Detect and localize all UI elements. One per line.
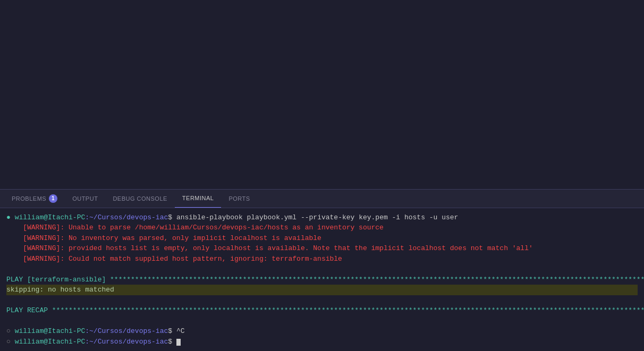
terminal-output[interactable]: ● william@Itachi-PC:~/Cursos/devops-iac$… (0, 208, 644, 352)
prompt-user-1: william@Itachi-PC (15, 213, 86, 221)
terminal-line-1: ● william@Itachi-PC:~/Cursos/devops-iac$… (6, 212, 638, 223)
terminal-recap-line: PLAY RECAP *****************************… (6, 305, 638, 316)
prompt-dollar-3: $ (168, 338, 172, 346)
tab-output[interactable]: OUTPUT (65, 190, 105, 208)
editor-area (0, 0, 644, 189)
bottom-panel: PROBLEMS 1 OUTPUT DEBUG CONSOLE TERMINAL… (0, 189, 644, 352)
tab-debug-console-label: DEBUG CONSOLE (113, 195, 167, 202)
tab-ports-label: PORTS (228, 195, 250, 202)
prompt-user-2: william@Itachi-PC (15, 327, 86, 335)
cmd-text-2: ^C (172, 327, 184, 335)
prompt-path-2: :~/Cursos/devops-iac (85, 327, 168, 335)
prompt-dot-1: ● (6, 213, 11, 221)
prompt-dot-3: ○ (6, 338, 11, 346)
terminal-blank-3 (6, 316, 638, 327)
prompt-dollar-1: $ (168, 213, 172, 221)
tab-ports[interactable]: PORTS (221, 190, 257, 208)
tab-output-label: OUTPUT (72, 195, 98, 202)
tab-problems-label: PROBLEMS (12, 195, 46, 202)
tab-terminal-label: TERMINAL (182, 195, 214, 201)
problems-badge: 1 (49, 194, 57, 203)
tab-debug-console[interactable]: DEBUG CONSOLE (105, 190, 174, 208)
terminal-warning-1: [WARNING]: Unable to parse /home/william… (6, 222, 638, 233)
prompt-path-3: :~/Cursos/devops-iac (85, 338, 168, 346)
terminal-blank-1 (6, 264, 638, 275)
prompt-user-3: william@Itachi-PC (15, 338, 86, 346)
terminal-warning-4: [WARNING]: Could not match supplied host… (6, 254, 638, 264)
panel-tab-bar: PROBLEMS 1 OUTPUT DEBUG CONSOLE TERMINAL… (0, 190, 644, 208)
prompt-dollar-2: $ (168, 327, 172, 335)
terminal-line-2: ○ william@Itachi-PC:~/Cursos/devops-iac$… (6, 326, 638, 337)
terminal-blank-2 (6, 295, 638, 306)
terminal-warning-2: [WARNING]: No inventory was parsed, only… (6, 233, 638, 244)
tab-problems[interactable]: PROBLEMS 1 (4, 190, 65, 208)
prompt-dot-2: ○ (6, 327, 11, 335)
terminal-line-3: ○ william@Itachi-PC:~/Cursos/devops-iac$ (6, 337, 638, 347)
terminal-cursor (176, 339, 181, 346)
terminal-play-line: PLAY [terraform-ansible] ***************… (6, 275, 638, 285)
terminal-skipping-line: skipping: no hosts matched (6, 285, 638, 295)
tab-terminal[interactable]: TERMINAL (175, 190, 222, 208)
prompt-path-1: :~/Cursos/devops-iac (85, 213, 168, 221)
cmd-text-1: ansible-playbook playbook.yml --private-… (172, 213, 458, 221)
terminal-warning-3: [WARNING]: provided hosts list is empty,… (6, 243, 638, 254)
